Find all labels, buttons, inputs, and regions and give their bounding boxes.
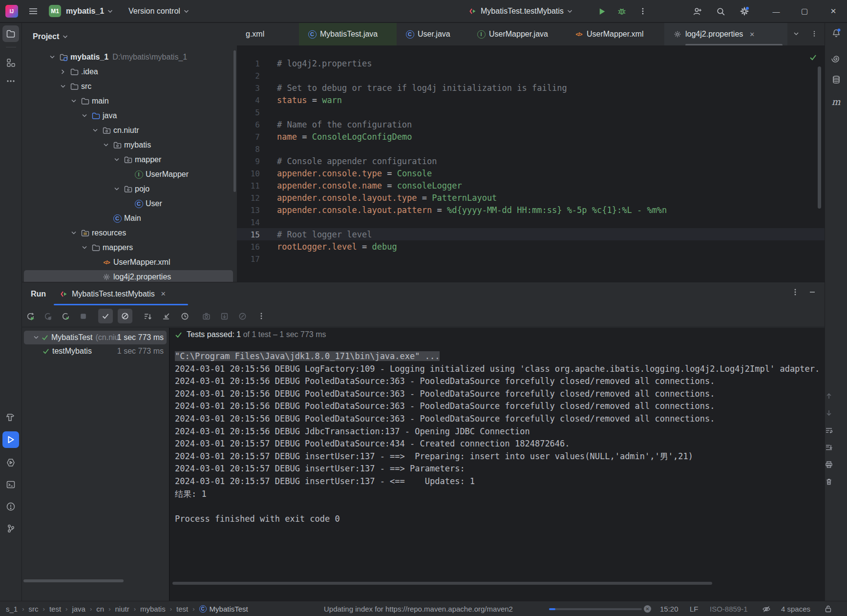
rerun-failed-button[interactable] bbox=[41, 309, 55, 323]
run-console[interactable]: Tests passed: 1 of 1 test – 1 sec 773 ms… bbox=[169, 328, 825, 601]
stop-button[interactable] bbox=[76, 309, 90, 323]
scroll-to-end-icon[interactable] bbox=[824, 443, 834, 452]
build-tool-icon[interactable] bbox=[2, 409, 19, 426]
run-panel-hide-icon[interactable] bbox=[808, 288, 816, 296]
indent-widget[interactable]: 4 spaces bbox=[781, 601, 810, 616]
tree-item-main[interactable]: main bbox=[22, 94, 237, 108]
project-panel-header[interactable]: Project bbox=[33, 23, 68, 50]
tab-partial[interactable]: g.xml bbox=[237, 23, 273, 45]
breadcrumbs[interactable]: s_1›src›test›java›cn›niutr›mybatis›test›… bbox=[6, 601, 248, 616]
services-tool-icon[interactable] bbox=[2, 454, 19, 471]
breadcrumb-item[interactable]: niutr bbox=[115, 605, 129, 613]
clock-widget[interactable]: 15:20 bbox=[660, 601, 678, 616]
structure-tool-icon[interactable] bbox=[2, 54, 19, 71]
tree-item-User[interactable]: CUser bbox=[22, 196, 237, 211]
soft-wrap-icon[interactable] bbox=[824, 425, 834, 435]
scroll-down-icon[interactable] bbox=[824, 408, 834, 418]
breadcrumb-item[interactable]: mybatis bbox=[140, 605, 166, 613]
tree-item-resources[interactable]: resources bbox=[22, 226, 237, 240]
breadcrumb-item[interactable]: cn bbox=[96, 605, 104, 613]
editor-tab-UserMapper.xml[interactable]: </>UserMapper.xml bbox=[566, 23, 664, 45]
tree-item-mappers[interactable]: mappers bbox=[22, 240, 237, 255]
file-lock-icon[interactable] bbox=[825, 601, 832, 616]
editor-tab-log4j2.properties[interactable]: log4j2.properties✕ bbox=[664, 23, 787, 45]
run-button[interactable] bbox=[598, 0, 606, 22]
run-panel-title[interactable]: Run bbox=[31, 282, 46, 305]
tree-item-cn.niutr[interactable]: cn.niutr bbox=[22, 123, 237, 138]
run-toolbar-more-icon[interactable] bbox=[254, 309, 269, 323]
tabbar-more-icon[interactable] bbox=[811, 30, 818, 37]
breadcrumb-item[interactable]: test bbox=[176, 605, 188, 613]
toggle-auto-test-button[interactable] bbox=[58, 309, 73, 323]
more-actions-icon[interactable] bbox=[639, 0, 647, 22]
console-hscrollbar[interactable] bbox=[172, 582, 712, 585]
breadcrumb-item[interactable]: java bbox=[72, 605, 85, 613]
capture-snapshot-button[interactable] bbox=[199, 309, 213, 323]
tree-item-mybatis[interactable]: mybatis bbox=[22, 138, 237, 152]
close-run-tab-icon[interactable]: ✕ bbox=[161, 290, 166, 297]
highlighting-level-icon[interactable] bbox=[762, 601, 771, 616]
tree-item-mapper[interactable]: mapper bbox=[22, 152, 237, 167]
editor-scrollbar[interactable] bbox=[818, 66, 821, 209]
breadcrumb-item-current[interactable]: CMybatisTest bbox=[199, 605, 248, 613]
clear-console-icon[interactable] bbox=[824, 477, 834, 487]
window-close-button[interactable]: ✕ bbox=[822, 0, 845, 22]
inspections-ok-icon[interactable] bbox=[809, 54, 817, 61]
editor-tab-UserMapper.java[interactable]: IUserMapper.java bbox=[468, 23, 566, 45]
main-menu-icon[interactable] bbox=[28, 0, 38, 22]
close-tab-icon[interactable]: ✕ bbox=[749, 31, 755, 38]
sort-by-duration-button[interactable] bbox=[159, 309, 173, 323]
terminal-tool-icon[interactable] bbox=[2, 476, 19, 493]
notifications-bell-icon[interactable] bbox=[828, 25, 845, 42]
sort-alphabetically-button[interactable] bbox=[140, 309, 155, 323]
tree-item-log4j2.properties[interactable]: log4j2.properties bbox=[22, 270, 237, 282]
tree-item-UserMapper[interactable]: IUserMapper bbox=[22, 167, 237, 182]
editor-tab-MybatisTest.java[interactable]: CMybatisTest.java bbox=[299, 23, 397, 45]
breadcrumb-item[interactable]: test bbox=[49, 605, 61, 613]
window-maximize-button[interactable]: ▢ bbox=[793, 0, 816, 22]
test-history-clock-button[interactable] bbox=[177, 309, 192, 323]
run-tab[interactable]: MybatisTest.testMybatis ✕ bbox=[60, 282, 166, 305]
tree-item-Main[interactable]: CMain bbox=[22, 211, 237, 226]
tree-item-UserMapper.xml[interactable]: </>UserMapper.xml bbox=[22, 255, 237, 270]
test-row-testMybatis[interactable]: testMybatis1 sec 773 ms bbox=[22, 344, 169, 358]
encoding-widget[interactable]: ISO-8859-1 bbox=[710, 601, 748, 616]
intellij-logo-icon[interactable]: IJ bbox=[5, 0, 18, 22]
line-ending-widget[interactable]: LF bbox=[690, 601, 699, 616]
ai-assistant-icon[interactable] bbox=[828, 50, 845, 67]
import-test-results-button[interactable] bbox=[217, 309, 232, 323]
editor[interactable]: 1# log4j2.properties23# Set to debug or … bbox=[237, 45, 825, 282]
breadcrumb-item[interactable]: src bbox=[29, 605, 39, 613]
vcs-widget[interactable]: Version control bbox=[128, 0, 189, 22]
search-everywhere-icon[interactable] bbox=[716, 0, 725, 22]
editor-tab-User.java[interactable]: CUser.java bbox=[397, 23, 468, 45]
run-tool-icon[interactable] bbox=[2, 431, 19, 448]
project-selector[interactable]: mybatis_1 bbox=[66, 0, 113, 22]
run-configuration-selector[interactable]: MybatisTest.testMybatis bbox=[469, 0, 572, 22]
more-tool-windows-icon[interactable] bbox=[2, 73, 19, 89]
test-tree-hscrollbar[interactable] bbox=[23, 579, 124, 582]
tree-item-pojo[interactable]: pojo bbox=[22, 182, 237, 196]
maven-tool-icon[interactable]: m bbox=[828, 93, 845, 110]
edit-configuration-button[interactable] bbox=[235, 309, 250, 323]
breadcrumb-item[interactable]: s_1 bbox=[6, 605, 18, 613]
cancel-progress-icon[interactable]: ✕ bbox=[644, 605, 651, 613]
tree-item-java[interactable]: java bbox=[22, 108, 237, 123]
debug-button[interactable] bbox=[617, 0, 626, 22]
window-minimize-button[interactable]: — bbox=[765, 0, 787, 22]
show-passed-toggle[interactable] bbox=[98, 309, 113, 323]
print-icon[interactable] bbox=[824, 460, 834, 469]
tree-item-.idea[interactable]: .idea bbox=[22, 64, 237, 79]
tree-item-mybatis_1[interactable]: mybatis_1D:\mybatis\mybatis_1 bbox=[22, 50, 237, 64]
code-with-me-icon[interactable] bbox=[693, 0, 702, 22]
scroll-up-icon[interactable] bbox=[824, 391, 834, 401]
project-badge[interactable]: M1 bbox=[49, 5, 61, 17]
project-tree-scrollbar[interactable] bbox=[233, 50, 236, 192]
test-row-MybatisTest[interactable]: MybatisTest(cn.niu1 sec 773 ms bbox=[22, 331, 169, 344]
rerun-button[interactable] bbox=[23, 309, 38, 323]
database-tool-icon[interactable] bbox=[828, 71, 845, 88]
project-tool-icon[interactable] bbox=[2, 25, 19, 42]
tabbar-dropdown-icon[interactable] bbox=[793, 30, 800, 37]
tree-item-src[interactable]: src bbox=[22, 79, 237, 94]
problems-tool-icon[interactable] bbox=[2, 498, 19, 515]
